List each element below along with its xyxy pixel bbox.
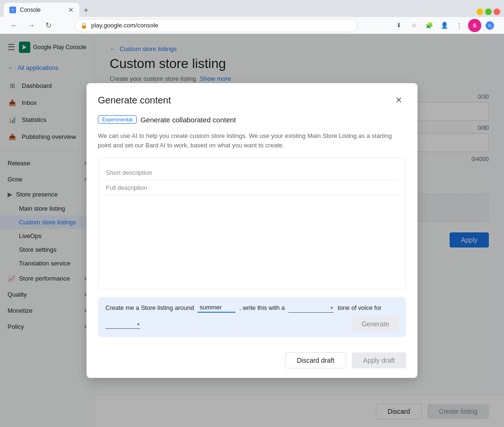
modal-header: Generate content ✕	[87, 83, 417, 115]
modal-body: Experimental Generate collaborated conte…	[87, 115, 417, 347]
content-preview-area: Short description Full description	[98, 157, 406, 290]
extensions-btn[interactable]: 🧩	[423, 19, 436, 32]
maximize-btn[interactable]	[485, 9, 492, 15]
url-text: play.google.com/console	[91, 22, 158, 29]
discard-draft-button[interactable]: Discard draft	[285, 352, 346, 368]
modal-footer: Discard draft Apply draft	[87, 347, 417, 378]
modal-description: We can use AI to help you create custom …	[98, 131, 406, 150]
tab-close-btn[interactable]: ✕	[68, 6, 74, 14]
gen-theme-input[interactable]	[198, 303, 235, 313]
lock-icon: 🔒	[80, 22, 87, 29]
back-nav-btn[interactable]: ←	[8, 19, 21, 32]
google-account-btn[interactable]: G	[483, 19, 496, 32]
address-bar: ← → ↻ 🔒 play.google.com/console ⬇ ☆ 🧩 👤 …	[0, 17, 504, 34]
menu-dots-btn[interactable]: ⋮	[453, 19, 466, 32]
modal-close-btn[interactable]: ✕	[391, 93, 406, 108]
new-tab-btn[interactable]: +	[79, 4, 93, 17]
full-description-label: Full description	[106, 184, 147, 191]
generate-button[interactable]: Generate	[352, 316, 399, 332]
profile-sync-btn[interactable]: 👤	[438, 19, 451, 32]
tone-select[interactable]: Professional Casual Friendly	[288, 303, 334, 313]
audience-select-wrapper: All users Gamers	[105, 319, 140, 329]
modal-subtitle: Generate collaborated content	[140, 116, 236, 124]
browser-chrome: C Console ✕ + ← → ↻ 🔒 play.google.com/co…	[0, 0, 504, 34]
generate-bar: Create me a Store listing around , write…	[98, 297, 406, 337]
modal-overlay: Generate content ✕ Experimental Generate…	[0, 34, 504, 427]
tab-bar: C Console ✕ +	[0, 0, 504, 17]
modal-subtitle-row: Experimental Generate collaborated conte…	[98, 115, 406, 124]
generate-content-modal: Generate content ✕ Experimental Generate…	[87, 83, 417, 378]
audience-select[interactable]: All users Gamers	[105, 319, 140, 329]
svg-text:C: C	[11, 8, 14, 12]
gen-middle-text: , write this with a	[239, 304, 285, 311]
close-btn[interactable]	[494, 9, 500, 15]
tone-select-wrapper: Professional Casual Friendly	[288, 303, 334, 313]
bookmark-btn[interactable]: ☆	[408, 19, 421, 32]
short-description-preview: Short description	[106, 165, 398, 180]
refresh-btn[interactable]: ↻	[42, 19, 55, 32]
profile-avatar[interactable]: S	[468, 19, 481, 32]
active-tab[interactable]: C Console ✕	[4, 3, 79, 17]
svg-text:G: G	[488, 23, 491, 28]
tab-favicon: C	[9, 7, 16, 13]
minimize-btn[interactable]	[477, 9, 483, 15]
download-btn[interactable]: ⬇	[392, 19, 406, 32]
forward-nav-btn[interactable]: →	[25, 19, 38, 32]
experimental-badge: Experimental	[98, 115, 137, 124]
gen-prefix-text: Create me a Store listing around	[105, 304, 194, 311]
cursor-area	[106, 196, 398, 203]
short-description-label: Short description	[106, 169, 152, 176]
full-description-preview: Full description	[106, 180, 398, 196]
browser-actions: ⬇ ☆ 🧩 👤 ⋮ S G	[392, 19, 496, 32]
url-bar[interactable]: 🔒 play.google.com/console	[74, 19, 358, 32]
gen-tone-label: tone of voice for	[338, 304, 382, 311]
tab-title: Console	[20, 7, 41, 13]
modal-title: Generate content	[98, 95, 171, 106]
apply-draft-button[interactable]: Apply draft	[352, 352, 406, 368]
